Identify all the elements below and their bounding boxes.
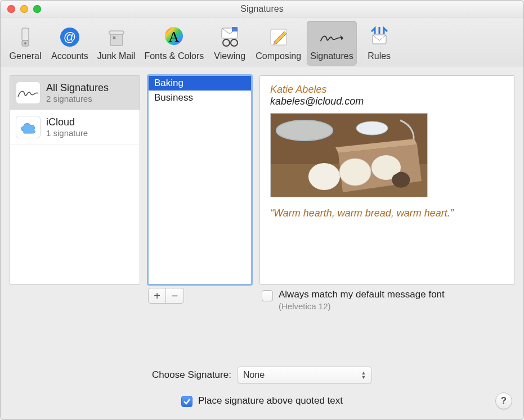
choose-signature-label: Choose Signature: xyxy=(152,369,231,381)
accounts-icon: @ xyxy=(57,24,83,50)
signature-preview[interactable]: Katie Abeles kabeles@icloud.com xyxy=(259,75,514,284)
toolbar-label: Viewing xyxy=(214,51,245,61)
toolbar-label: General xyxy=(10,51,42,61)
toolbar-label: Accounts xyxy=(51,51,88,61)
signatures-pane: All Signatures 2 signatures iCloud 1 sig… xyxy=(1,66,523,419)
minimize-window-button[interactable] xyxy=(20,5,28,13)
svg-point-14 xyxy=(231,39,238,46)
svg-point-25 xyxy=(356,121,388,135)
choose-signature-row: Choose Signature: None ▲▼ xyxy=(12,367,512,383)
toolbar-label: Signatures xyxy=(310,51,353,61)
toolbar-tab-general[interactable]: General xyxy=(5,21,46,66)
accounts-list[interactable]: All Signatures 2 signatures iCloud 1 sig… xyxy=(10,75,140,284)
svg-text:A: A xyxy=(169,29,180,45)
signature-names-list[interactable]: Baking Business xyxy=(148,75,252,284)
preview-image xyxy=(270,113,428,197)
general-icon xyxy=(12,24,38,50)
place-above-checkbox[interactable] xyxy=(181,396,192,407)
signature-item-business[interactable]: Business xyxy=(149,91,251,105)
help-button[interactable]: ? xyxy=(495,392,512,409)
preferences-toolbar: General @ Accounts Junk Mail xyxy=(1,17,523,66)
icloud-icon xyxy=(16,116,41,138)
remove-signature-button[interactable]: − xyxy=(166,288,184,304)
account-icloud[interactable]: iCloud 1 signature xyxy=(10,110,140,144)
toolbar-tab-rules[interactable]: Rules xyxy=(359,21,400,66)
toolbar-tab-accounts[interactable]: @ Accounts xyxy=(48,21,92,66)
window-traffic-lights xyxy=(1,5,41,13)
add-remove-signature-controls: + − xyxy=(148,288,252,304)
account-title: All Signatures xyxy=(46,82,109,94)
add-signature-button[interactable]: + xyxy=(148,288,166,304)
always-match-font-label: Always match my default message font xyxy=(279,289,445,300)
account-subtitle: 2 signatures xyxy=(46,94,109,103)
toolbar-label: Fonts & Colors xyxy=(144,51,204,61)
toolbar-tab-signatures[interactable]: Signatures xyxy=(307,21,357,66)
close-window-button[interactable] xyxy=(7,5,15,13)
signatures-icon xyxy=(319,24,344,50)
svg-text:@: @ xyxy=(64,30,76,44)
account-subtitle: 1 signature xyxy=(46,128,88,138)
junk-mail-icon xyxy=(104,24,129,50)
toolbar-label: Composing xyxy=(256,51,301,61)
zoom-window-button[interactable] xyxy=(33,5,41,13)
svg-rect-0 xyxy=(22,28,29,40)
always-match-font-checkbox[interactable] xyxy=(262,290,273,301)
svg-rect-6 xyxy=(109,31,124,34)
rules-icon xyxy=(366,24,392,50)
preferences-window: Signatures General @ Accounts xyxy=(0,0,524,420)
window-titlebar: Signatures xyxy=(1,1,523,17)
composing-icon xyxy=(266,24,292,50)
svg-point-13 xyxy=(223,39,230,46)
account-title: iCloud xyxy=(46,116,88,128)
choose-signature-value: None xyxy=(243,370,265,380)
toolbar-tab-junk[interactable]: Junk Mail xyxy=(94,21,139,66)
svg-point-28 xyxy=(308,163,340,190)
always-match-font-row: Always match my default message font (He… xyxy=(259,289,514,311)
place-above-row: Place signature above quoted text xyxy=(12,395,512,407)
account-all-signatures[interactable]: All Signatures 2 signatures xyxy=(10,76,140,110)
signature-item-baking[interactable]: Baking xyxy=(149,76,251,91)
preview-name: Katie Abeles xyxy=(270,84,504,96)
toolbar-label: Junk Mail xyxy=(97,51,136,61)
default-font-hint: (Helvetica 12) xyxy=(279,301,445,311)
toolbar-tab-fonts[interactable]: A Fonts & Colors xyxy=(141,21,207,66)
place-above-label: Place signature above quoted text xyxy=(198,395,343,407)
svg-rect-12 xyxy=(232,27,238,31)
svg-rect-5 xyxy=(110,33,123,46)
fonts-colors-icon: A xyxy=(161,24,187,50)
preview-email: kabeles@icloud.com xyxy=(270,96,504,107)
signature-scribble-icon xyxy=(16,82,41,104)
viewing-icon xyxy=(217,24,243,50)
toolbar-label: Rules xyxy=(368,51,391,61)
toolbar-tab-viewing[interactable]: Viewing xyxy=(209,21,250,66)
window-title: Signatures xyxy=(1,4,523,14)
svg-point-2 xyxy=(24,42,26,44)
choose-signature-popup[interactable]: None ▲▼ xyxy=(237,367,372,383)
popup-arrows-icon: ▲▼ xyxy=(359,371,368,380)
toolbar-tab-composing[interactable]: Composing xyxy=(252,21,304,66)
preview-quote: “Warm hearth, warm bread, warm heart.” xyxy=(270,207,504,219)
